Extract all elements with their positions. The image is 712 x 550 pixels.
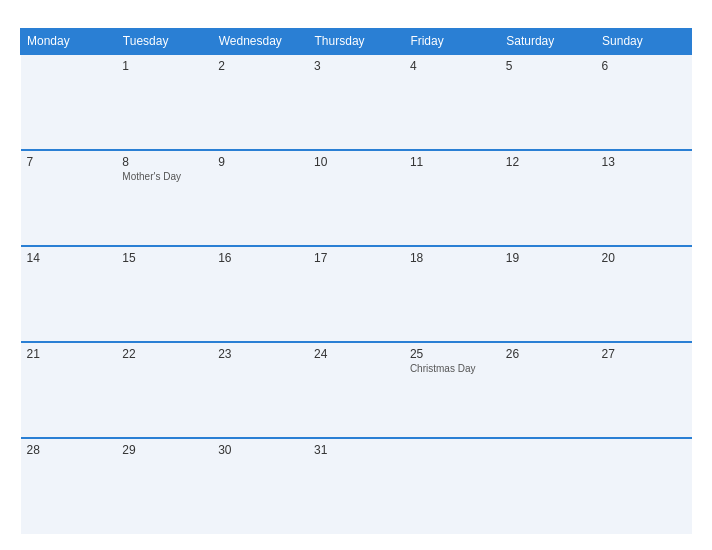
day-number: 13 xyxy=(602,155,686,169)
day-number: 30 xyxy=(218,443,302,457)
day-number: 16 xyxy=(218,251,302,265)
day-number: 22 xyxy=(122,347,206,361)
calendar-cell: 12 xyxy=(500,150,596,246)
week-row-5: 28293031 xyxy=(21,438,692,534)
calendar-cell xyxy=(596,438,692,534)
calendar-cell: 27 xyxy=(596,342,692,438)
day-number: 12 xyxy=(506,155,590,169)
day-number: 27 xyxy=(602,347,686,361)
calendar-cell: 17 xyxy=(308,246,404,342)
calendar-cell: 10 xyxy=(308,150,404,246)
calendar-cell: 7 xyxy=(21,150,117,246)
day-number: 23 xyxy=(218,347,302,361)
day-header-sunday: Sunday xyxy=(596,29,692,55)
day-header-monday: Monday xyxy=(21,29,117,55)
day-number: 19 xyxy=(506,251,590,265)
calendar-cell: 18 xyxy=(404,246,500,342)
calendar-cell: 20 xyxy=(596,246,692,342)
calendar-body: 12345678Mother's Day91011121314151617181… xyxy=(21,54,692,534)
calendar-cell: 28 xyxy=(21,438,117,534)
day-number: 20 xyxy=(602,251,686,265)
calendar-cell xyxy=(21,54,117,150)
calendar-cell: 15 xyxy=(116,246,212,342)
calendar-cell: 5 xyxy=(500,54,596,150)
day-header-friday: Friday xyxy=(404,29,500,55)
day-number: 29 xyxy=(122,443,206,457)
calendar-cell: 9 xyxy=(212,150,308,246)
day-number: 14 xyxy=(27,251,111,265)
day-number: 4 xyxy=(410,59,494,73)
day-number: 26 xyxy=(506,347,590,361)
day-number: 21 xyxy=(27,347,111,361)
day-number: 25 xyxy=(410,347,494,361)
calendar-table: MondayTuesdayWednesdayThursdayFridaySatu… xyxy=(20,28,692,534)
day-number: 15 xyxy=(122,251,206,265)
day-number: 2 xyxy=(218,59,302,73)
calendar-cell xyxy=(404,438,500,534)
event-label: Mother's Day xyxy=(122,171,206,182)
week-row-2: 78Mother's Day910111213 xyxy=(21,150,692,246)
day-header-saturday: Saturday xyxy=(500,29,596,55)
day-header-tuesday: Tuesday xyxy=(116,29,212,55)
day-number: 1 xyxy=(122,59,206,73)
calendar-header-row: MondayTuesdayWednesdayThursdayFridaySatu… xyxy=(21,29,692,55)
day-number: 31 xyxy=(314,443,398,457)
calendar-cell: 25Christmas Day xyxy=(404,342,500,438)
day-number: 28 xyxy=(27,443,111,457)
calendar-cell: 1 xyxy=(116,54,212,150)
calendar-cell: 26 xyxy=(500,342,596,438)
calendar-cell: 2 xyxy=(212,54,308,150)
calendar-header xyxy=(20,16,692,20)
calendar-cell: 22 xyxy=(116,342,212,438)
calendar-cell: 16 xyxy=(212,246,308,342)
day-number: 17 xyxy=(314,251,398,265)
day-number: 7 xyxy=(27,155,111,169)
week-row-3: 14151617181920 xyxy=(21,246,692,342)
week-row-1: 123456 xyxy=(21,54,692,150)
week-row-4: 2122232425Christmas Day2627 xyxy=(21,342,692,438)
day-header-thursday: Thursday xyxy=(308,29,404,55)
day-number: 8 xyxy=(122,155,206,169)
calendar-cell: 11 xyxy=(404,150,500,246)
calendar-cell: 13 xyxy=(596,150,692,246)
calendar-cell: 14 xyxy=(21,246,117,342)
calendar-cell: 8Mother's Day xyxy=(116,150,212,246)
calendar-cell: 23 xyxy=(212,342,308,438)
calendar-cell: 29 xyxy=(116,438,212,534)
day-number: 3 xyxy=(314,59,398,73)
day-number: 24 xyxy=(314,347,398,361)
calendar-cell: 24 xyxy=(308,342,404,438)
calendar-cell xyxy=(500,438,596,534)
day-number: 10 xyxy=(314,155,398,169)
calendar-cell: 3 xyxy=(308,54,404,150)
day-number: 6 xyxy=(602,59,686,73)
event-label: Christmas Day xyxy=(410,363,494,374)
calendar-cell: 6 xyxy=(596,54,692,150)
calendar-cell: 21 xyxy=(21,342,117,438)
day-header-wednesday: Wednesday xyxy=(212,29,308,55)
calendar-cell: 30 xyxy=(212,438,308,534)
day-number: 18 xyxy=(410,251,494,265)
calendar-cell: 31 xyxy=(308,438,404,534)
day-number: 9 xyxy=(218,155,302,169)
calendar-cell: 19 xyxy=(500,246,596,342)
day-number: 11 xyxy=(410,155,494,169)
day-number: 5 xyxy=(506,59,590,73)
calendar-cell: 4 xyxy=(404,54,500,150)
